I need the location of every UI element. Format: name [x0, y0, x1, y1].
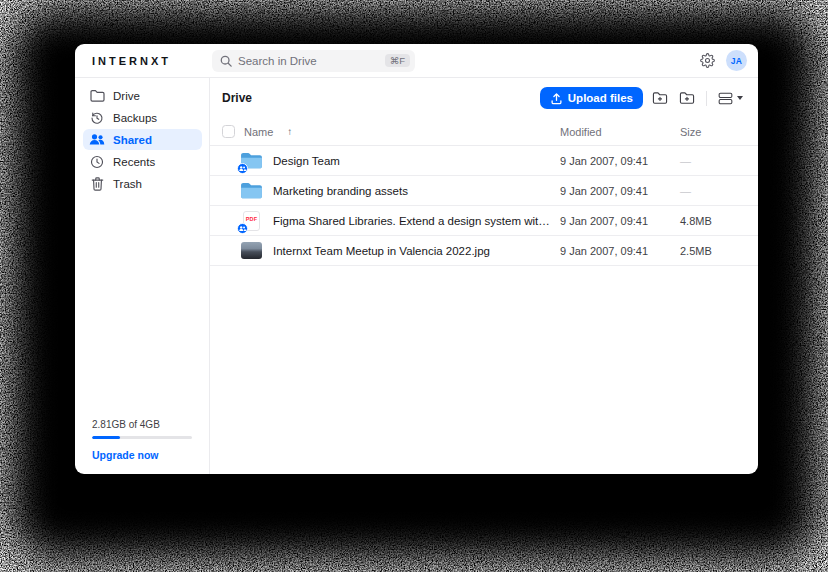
body-row: Drive Backups Shared Recents Trash 2.81G…	[75, 78, 758, 474]
storage-progress-fill	[92, 436, 120, 439]
file-modified: 9 Jan 2007, 09:41	[560, 215, 680, 227]
upgrade-link[interactable]: Upgrade now	[92, 449, 192, 461]
sidebar: Drive Backups Shared Recents Trash 2.81G…	[75, 78, 210, 474]
upload-folder-icon	[652, 91, 668, 105]
new-folder-icon	[679, 91, 695, 105]
file-modified: 9 Jan 2007, 09:41	[560, 185, 680, 197]
search-shortcut-badge: ⌘F	[385, 54, 410, 68]
search-placeholder: Search in Drive	[238, 55, 379, 67]
upload-files-button[interactable]: Upload files	[540, 87, 643, 109]
select-all-checkbox[interactable]	[222, 125, 235, 138]
folder-icon	[240, 151, 263, 171]
sidebar-item-recents[interactable]: Recents	[83, 151, 202, 172]
file-name: Design Team	[273, 155, 346, 167]
folder-icon	[89, 89, 105, 102]
internxt-logo: INTERNXT	[75, 55, 210, 67]
storage-usage-label: 2.81GB of 4GB	[92, 419, 192, 430]
file-size: —	[680, 185, 745, 197]
backup-clock-icon	[89, 111, 105, 125]
file-name-cell: Internxt Team Meetup in Valencia 2022.jp…	[222, 241, 560, 261]
table-header: Name ↑ Modified Size	[210, 118, 758, 146]
upload-icon	[550, 92, 563, 105]
upload-files-label: Upload files	[568, 92, 633, 104]
view-mode-button[interactable]	[716, 90, 745, 107]
sidebar-item-shared[interactable]: Shared	[83, 129, 202, 150]
topbar-actions: JA	[700, 50, 747, 71]
folder-icon	[240, 181, 263, 201]
file-modified: 9 Jan 2007, 09:41	[560, 155, 680, 167]
column-header-modified[interactable]: Modified	[560, 126, 680, 138]
file-name-cell: PDF Figma Shared Libraries. Extend a des…	[222, 211, 560, 231]
chevron-down-icon	[737, 96, 743, 100]
column-header-name[interactable]: Name	[244, 126, 273, 138]
avatar[interactable]: JA	[726, 50, 747, 71]
file-size: 2.5MB	[680, 245, 745, 257]
toolbar: Upload files	[540, 87, 745, 109]
trash-icon	[89, 177, 105, 191]
file-name: Marketing branding assets	[273, 185, 414, 197]
shared-badge-icon	[237, 163, 248, 174]
image-thumbnail	[240, 241, 263, 261]
shared-badge-icon	[237, 223, 248, 234]
file-name-cell: Design Team	[222, 151, 560, 171]
file-name: Internxt Team Meetup in Valencia 2022.jp…	[273, 245, 496, 257]
view-mode-icon	[718, 92, 733, 105]
pdf-icon: PDF	[240, 211, 263, 231]
storage-progress-bar	[92, 436, 192, 439]
breadcrumb-toolbar-row: Drive Upload files	[210, 78, 758, 111]
main-panel: Drive Upload files	[210, 78, 758, 474]
file-name: Figma Shared Libraries. Extend a design …	[273, 215, 560, 227]
breadcrumb[interactable]: Drive	[222, 91, 252, 105]
shared-users-icon	[89, 133, 105, 146]
table-row[interactable]: Design Team 9 Jan 2007, 09:41 —	[210, 146, 758, 176]
topbar: INTERNXT Search in Drive ⌘F JA	[75, 44, 758, 78]
clock-icon	[89, 155, 105, 169]
sidebar-nav: Drive Backups Shared Recents Trash	[83, 85, 202, 194]
new-folder-button[interactable]	[677, 89, 697, 107]
app-window: INTERNXT Search in Drive ⌘F JA Drive Bac	[75, 44, 758, 474]
search-icon	[220, 55, 232, 67]
search-input[interactable]: Search in Drive ⌘F	[212, 50, 415, 72]
table-row[interactable]: PDF Figma Shared Libraries. Extend a des…	[210, 206, 758, 236]
storage-widget: 2.81GB of 4GB Upgrade now	[92, 419, 192, 461]
sidebar-item-backups[interactable]: Backups	[83, 107, 202, 128]
table-row[interactable]: Internxt Team Meetup in Valencia 2022.jp…	[210, 236, 758, 266]
sidebar-item-drive[interactable]: Drive	[83, 85, 202, 106]
upload-folder-button[interactable]	[650, 89, 670, 107]
sort-asc-icon[interactable]: ↑	[287, 126, 292, 137]
column-header-size[interactable]: Size	[680, 126, 745, 138]
file-table: Design Team 9 Jan 2007, 09:41 — Marketin…	[210, 146, 758, 266]
gear-icon[interactable]	[700, 53, 715, 68]
file-name-cell: Marketing branding assets	[222, 181, 560, 201]
sidebar-item-trash[interactable]: Trash	[83, 173, 202, 194]
file-modified: 9 Jan 2007, 09:41	[560, 245, 680, 257]
topbar-main: Search in Drive ⌘F JA	[210, 50, 758, 72]
file-size: —	[680, 155, 745, 167]
table-row[interactable]: Marketing branding assets 9 Jan 2007, 09…	[210, 176, 758, 206]
toolbar-divider	[706, 91, 707, 106]
file-size: 4.8MB	[680, 215, 745, 227]
